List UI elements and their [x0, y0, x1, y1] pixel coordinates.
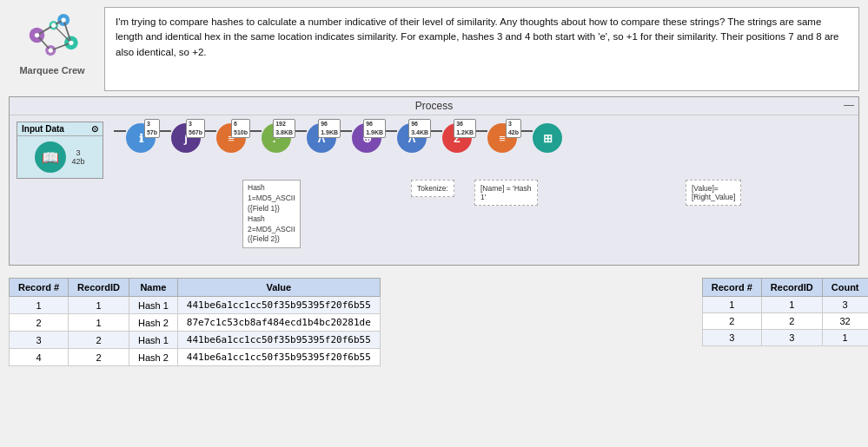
table1-cell-r3-c2: Hash 2: [129, 349, 177, 366]
sum-icon-badge: 36 1.2KB: [454, 119, 476, 138]
svg-point-15: [51, 23, 56, 28]
circle-1-icon: ℹ3 57b: [126, 123, 156, 153]
record-icon-icon: .*192 3.8KB: [262, 123, 291, 153]
table2-row: 113: [702, 297, 868, 313]
table2-cell-r0-c1: 1: [761, 297, 822, 313]
table1-cell-r3-c1: 2: [69, 349, 129, 366]
book-icon: 📖: [35, 141, 66, 173]
input-data-box: Input Data ⊙ 📖 342b: [17, 122, 103, 179]
join2-icon-badge: 96 3.4KB: [408, 119, 431, 138]
browse-icon[interactable]: ⊞: [533, 123, 562, 153]
formula-line6: ({Field 2}): [248, 234, 295, 245]
table1: Record #RecordIDNameValue11Hash 1441be6a…: [9, 278, 381, 366]
svg-point-11: [35, 33, 39, 37]
circle-2-badge: 3 567b: [186, 119, 205, 138]
input-data-body: 📖 342b: [17, 136, 103, 178]
value-eq-box: [Value]= [Right_Value]: [686, 180, 741, 206]
table1-cell-r1-c3: 87e7c1c53cb8af484ecd1b4bc20281de: [177, 314, 380, 332]
chat-bubble: I'm trying to compare hashes to calculat…: [104, 7, 859, 91]
table1-cell-r2-c1: 2: [69, 332, 129, 349]
process-area: Process — Input Data ⊙ 📖 342b Hash 1=MD5…: [9, 96, 859, 266]
bottom-section: Record #RecordIDNameValue11Hash 1441be6a…: [0, 271, 868, 373]
table1-row: 21Hash 287e7c1c53cb8af484ecd1b4bc20281de: [10, 314, 381, 332]
sum-icon[interactable]: Σ36 1.2KB: [442, 123, 472, 153]
name-hash-box: [Name] = 'Hash 1': [474, 180, 538, 206]
join-icon[interactable]: Λ96 1.9KB: [307, 123, 336, 153]
table2-cell-r1-c0: 2: [702, 313, 761, 330]
tokenize-label: Tokenize:: [417, 184, 448, 193]
intersect-icon[interactable]: ⊕96 1.9KB: [352, 123, 381, 153]
input-data-collapse[interactable]: ⊙: [91, 124, 98, 134]
input-data-header: Input Data ⊙: [17, 122, 103, 136]
formula-line3: ({Field 1}): [248, 204, 295, 214]
input-data-badge: 342b: [71, 148, 84, 166]
circle-2-icon: ∫3 567b: [171, 123, 201, 153]
table1-cell-r0-c0: 1: [10, 297, 69, 314]
browse-icon-icon: ⊞: [533, 123, 562, 153]
table2-header-count: Count: [822, 279, 868, 297]
value-eq-line1: [Value]=: [692, 184, 735, 193]
svg-point-12: [62, 17, 66, 22]
formula-line2: 1=MD5_ASCII: [248, 194, 295, 204]
table1-cell-r0-c1: 1: [69, 297, 129, 314]
table1-header-value: Value: [177, 279, 380, 297]
circle-2[interactable]: ∫3 567b: [171, 123, 201, 153]
collapse-button[interactable]: —: [844, 99, 854, 111]
table1-wrap: Record #RecordIDNameValue11Hash 1441be6a…: [9, 278, 381, 366]
formula-box: Hash 1=MD5_ASCII ({Field 1}) Hash 2=MD5_…: [242, 180, 301, 248]
table1-cell-r0-c3: 441be6a1cc1cc50f35b95395f20f6b55: [177, 297, 380, 314]
record2-icon-icon: ≡3 42b: [487, 123, 517, 153]
table1-cell-r3-c0: 4: [10, 349, 69, 366]
formula-line1: Hash: [248, 183, 295, 194]
intersect-icon-icon: ⊕96 1.9KB: [352, 123, 381, 153]
join-icon-badge: 96 1.9KB: [318, 119, 341, 138]
input-data-label: Input Data: [22, 124, 64, 134]
table1-row: 42Hash 2441be6a1cc1cc50f35b95395f20f6b55: [10, 349, 381, 366]
table2-cell-r1-c2: 32: [822, 313, 868, 330]
table2-cell-r0-c0: 1: [702, 297, 761, 313]
circle-1-badge: 3 57b: [144, 119, 160, 138]
logo-icon: [22, 7, 83, 63]
table2-header-record-#: Record #: [702, 279, 761, 297]
sum-icon-icon: Σ36 1.2KB: [442, 123, 472, 153]
table1-row: 11Hash 1441be6a1cc1cc50f35b95395f20f6b55: [10, 297, 381, 314]
value-eq-line2: [Right_Value]: [692, 193, 735, 201]
table1-cell-r2-c2: Hash 1: [129, 332, 177, 349]
formula-icon[interactable]: ≡6 510b: [216, 123, 246, 153]
record2-icon-badge: 3 42b: [506, 119, 521, 138]
formula-icon-badge: 6 510b: [231, 119, 250, 138]
table2-cell-r2-c1: 3: [761, 330, 822, 346]
logo-text: Marquee Crew: [19, 65, 84, 76]
formula-line4: Hash: [248, 214, 295, 225]
logo-area: Marquee Crew: [9, 7, 96, 91]
nodes-row: ℹ3 57b∫3 567b≡6 510b.*192 3.8KBΛ96 1.9KB…: [114, 123, 854, 153]
table1-cell-r2-c3: 441be6a1cc1cc50f35b95395f20f6b55: [177, 332, 380, 349]
table1-cell-r0-c2: Hash 1: [129, 297, 177, 314]
table1-cell-r2-c0: 3: [10, 332, 69, 349]
table2: Record #RecordIDCount1132232331: [702, 278, 868, 346]
table1-header-name: Name: [129, 279, 177, 297]
name-hash-line1: [Name] = 'Hash: [480, 184, 532, 193]
table1-cell-r1-c2: Hash 2: [129, 314, 177, 332]
table2-cell-r2-c0: 3: [702, 330, 761, 346]
table2-cell-r0-c2: 3: [822, 297, 868, 313]
intersect-icon-badge: 96 1.9KB: [363, 119, 386, 138]
table1-cell-r1-c0: 2: [10, 314, 69, 332]
table1-row: 32Hash 1441be6a1cc1cc50f35b95395f20f6b55: [10, 332, 381, 349]
table2-header-recordid: RecordID: [761, 279, 822, 297]
name-hash-line2: 1': [480, 193, 532, 201]
table1-cell-r1-c1: 1: [69, 314, 129, 332]
record-icon[interactable]: .*192 3.8KB: [262, 123, 291, 153]
table2-row: 331: [702, 330, 868, 346]
join2-icon[interactable]: Λ96 3.4KB: [397, 123, 427, 153]
chat-text: I'm trying to compare hashes to calculat…: [116, 16, 839, 57]
join-icon-icon: Λ96 1.9KB: [307, 123, 336, 153]
record-icon-badge: 192 3.8KB: [273, 119, 295, 138]
record2-icon[interactable]: ≡3 42b: [487, 123, 517, 153]
svg-point-13: [69, 41, 73, 45]
table1-cell-r3-c3: 441be6a1cc1cc50f35b95395f20f6b55: [177, 349, 380, 366]
formula-icon-icon: ≡6 510b: [216, 123, 246, 153]
circle-1[interactable]: ℹ3 57b: [126, 123, 156, 153]
table2-wrap: Record #RecordIDCount1132232331: [702, 278, 868, 366]
table2-cell-r1-c1: 2: [761, 313, 822, 330]
